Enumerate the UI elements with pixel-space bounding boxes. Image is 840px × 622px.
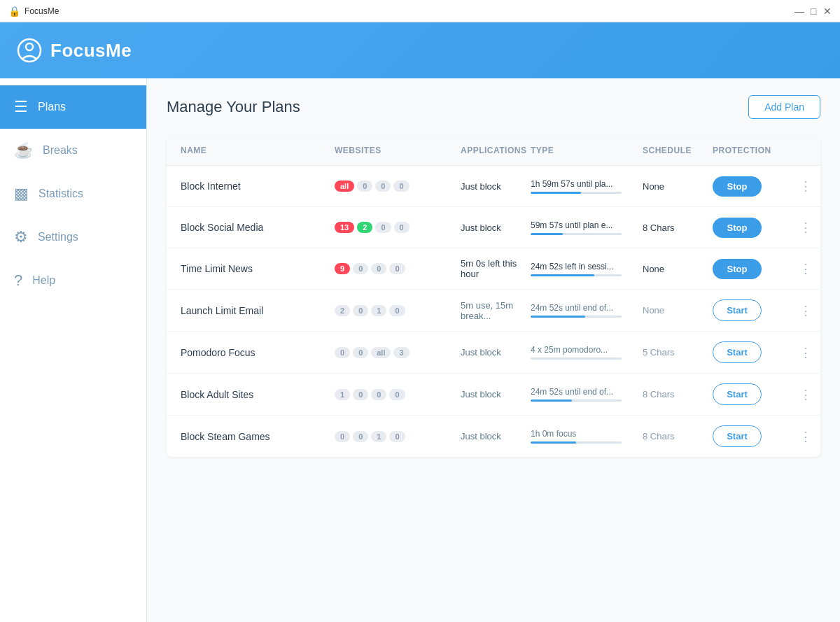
progress-bar — [531, 274, 622, 276]
more-options-button[interactable]: ⋮ — [797, 258, 815, 279]
progress-fill — [531, 400, 572, 402]
badge: 0 — [389, 305, 405, 316]
row-badges: all000 — [335, 181, 461, 192]
sidebar-label-help: Help — [32, 274, 55, 287]
badge: 0 — [335, 347, 350, 358]
row-name: Block Adult Sites — [181, 389, 335, 400]
sidebar-item-statistics[interactable]: ▩ Statistics — [0, 172, 146, 215]
row-action: Stop — [713, 176, 797, 197]
table-row: Block Steam Games0010Just block1h 0m foc… — [167, 416, 820, 457]
sidebar-label-statistics: Statistics — [38, 188, 83, 200]
schedule-text: 24m 52s until end of... — [531, 387, 636, 397]
col-header-schedule: SCHEDULE — [643, 146, 713, 155]
stop-button[interactable]: Stop — [713, 259, 762, 279]
badge: all — [371, 347, 391, 358]
more-options-button[interactable]: ⋮ — [797, 176, 815, 197]
progress-fill — [531, 274, 594, 276]
stop-button[interactable]: Stop — [713, 218, 762, 238]
row-more: ⋮ — [797, 426, 820, 447]
badge: 0 — [353, 431, 368, 442]
schedule-text: 1h 59m 57s until pla... — [531, 179, 636, 189]
sidebar-label-plans: Plans — [38, 101, 66, 113]
row-action: Start — [713, 425, 797, 447]
row-name: Block Social Media — [181, 222, 335, 233]
stop-button[interactable]: Stop — [713, 176, 762, 197]
badge: 0 — [353, 389, 368, 400]
content-area: Manage Your Plans Add Plan NAMEWEBSITESA… — [147, 78, 840, 622]
sidebar-item-plans[interactable]: ☰ Plans — [0, 85, 146, 129]
badge: 0 — [371, 389, 386, 400]
badge: 1 — [371, 305, 386, 316]
start-button[interactable]: Start — [713, 299, 762, 321]
row-badges: 2010 — [335, 305, 461, 316]
row-badges: 9000 — [335, 263, 461, 274]
progress-bar — [531, 192, 622, 194]
badge: 0 — [394, 222, 410, 233]
row-badges: 0010 — [335, 431, 461, 442]
close-button[interactable]: ✕ — [823, 7, 832, 15]
badge: 0 — [389, 431, 405, 442]
sidebar-item-breaks[interactable]: ☕ Breaks — [0, 129, 146, 172]
row-schedule: 1h 59m 57s until pla... — [531, 179, 643, 194]
window-controls: — □ ✕ — [795, 7, 832, 15]
row-badges: 13200 — [335, 222, 461, 233]
col-header-protection: PROTECTION — [713, 146, 797, 155]
row-schedule: 4 x 25m pomodoro... — [531, 345, 643, 360]
restore-button[interactable]: □ — [809, 7, 818, 15]
row-action: Stop — [713, 218, 797, 238]
badge: 0 — [371, 263, 386, 274]
row-schedule: 24m 52s left in sessi... — [531, 262, 643, 276]
schedule-text: 24m 52s left in sessi... — [531, 262, 636, 271]
settings-icon: ⚙ — [14, 228, 28, 246]
row-type: 5m use, 15m break... — [461, 300, 531, 321]
row-more: ⋮ — [797, 217, 820, 238]
row-more: ⋮ — [797, 176, 820, 197]
row-name: Time Limit News — [181, 263, 335, 274]
add-plan-button[interactable]: Add Plan — [748, 95, 820, 119]
help-icon: ? — [14, 271, 22, 290]
row-action: Start — [713, 383, 797, 405]
plans-table: NAMEWEBSITESAPPLICATIONSTYPESCHEDULEPROT… — [167, 136, 820, 457]
row-action: Start — [713, 341, 797, 363]
row-protection: 8 Chars — [643, 389, 713, 400]
row-name: Block Internet — [181, 181, 335, 192]
badge: 0 — [389, 389, 405, 400]
table-row: Block Adult Sites1000Just block24m 52s u… — [167, 374, 820, 416]
more-options-button[interactable]: ⋮ — [797, 426, 815, 447]
badge: 0 — [335, 431, 350, 442]
more-options-button[interactable]: ⋮ — [797, 217, 815, 238]
minimize-button[interactable]: — — [795, 7, 804, 15]
row-schedule: 1h 0m focus — [531, 429, 643, 444]
start-button[interactable]: Start — [713, 341, 762, 363]
app-header: FocusMe — [0, 22, 840, 78]
focusme-logo-icon — [17, 38, 42, 63]
row-name: Launch Limit Email — [181, 305, 335, 316]
start-button[interactable]: Start — [713, 425, 762, 447]
schedule-text: 4 x 25m pomodoro... — [531, 345, 636, 355]
statistics-icon: ▩ — [14, 185, 29, 203]
more-options-button[interactable]: ⋮ — [797, 342, 815, 363]
progress-bar — [531, 400, 622, 402]
breaks-icon: ☕ — [14, 141, 33, 160]
svg-point-1 — [26, 43, 33, 50]
progress-fill — [531, 233, 563, 235]
sidebar-item-help[interactable]: ? Help — [0, 259, 146, 302]
header-title: FocusMe — [50, 40, 132, 62]
badge: 1 — [371, 431, 386, 442]
progress-fill — [531, 192, 581, 194]
badge: 2 — [357, 222, 372, 233]
badge: 0 — [375, 181, 391, 192]
start-button[interactable]: Start — [713, 383, 762, 405]
more-options-button[interactable]: ⋮ — [797, 384, 815, 405]
table-row: Launch Limit Email20105m use, 15m break.… — [167, 290, 820, 332]
page-title: Manage Your Plans — [167, 98, 300, 116]
sidebar-label-settings: Settings — [38, 231, 78, 243]
table-row: Pomodoro Focus00all3Just block4 x 25m po… — [167, 332, 820, 374]
more-options-button[interactable]: ⋮ — [797, 300, 815, 321]
row-type: 5m 0s left this hour — [461, 258, 531, 279]
row-name: Pomodoro Focus — [181, 347, 335, 358]
row-type: Just block — [461, 389, 531, 400]
sidebar-item-settings[interactable]: ⚙ Settings — [0, 215, 146, 259]
progress-fill — [531, 441, 576, 444]
badge: all — [335, 181, 354, 192]
